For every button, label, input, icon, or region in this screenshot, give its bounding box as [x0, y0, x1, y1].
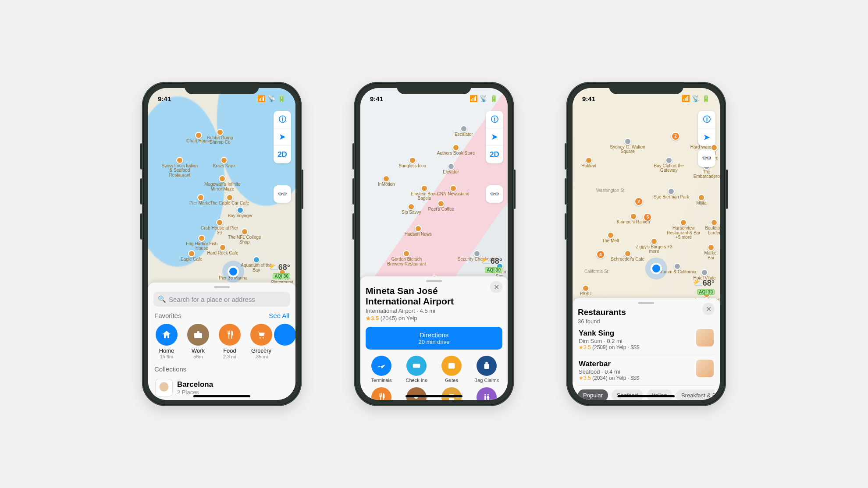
sheet-grabber[interactable]	[214, 286, 230, 288]
map-poi[interactable]: Gordon Biersch Brewery Restaurant	[387, 250, 426, 266]
favorite-work[interactable]: Work 56m	[186, 324, 210, 359]
map-poi-cluster[interactable]: 2	[634, 197, 643, 206]
map-poi-cluster[interactable]: 2	[671, 132, 680, 141]
action-food[interactable]: Food	[367, 387, 395, 400]
filter-row: PopularSeafoodItalianBreakfast & Brunch	[578, 389, 715, 400]
home-indicator[interactable]	[406, 395, 462, 397]
map-poi[interactable]: Bay Voyager	[228, 207, 253, 219]
result-thumb	[696, 360, 714, 377]
home-indicator[interactable]	[193, 395, 250, 397]
look-around-button[interactable]: 👓	[698, 149, 715, 167]
notch	[185, 82, 259, 94]
close-button[interactable]: ✕	[702, 303, 715, 315]
map-poi[interactable]: Hard Rock Cafe	[207, 244, 238, 256]
info-button[interactable]: ⓘ	[486, 111, 503, 128]
map-poi[interactable]: Kirimachi Ramen	[617, 213, 650, 225]
map-poi[interactable]: The Cable Car Cafe	[210, 194, 249, 206]
map-poi[interactable]: Elevator	[443, 163, 459, 175]
map-poi[interactable]: Krazy Kapz	[213, 157, 235, 169]
map-poi[interactable]: Bay Club at the Gateway	[649, 157, 689, 173]
svg-point-2	[263, 337, 264, 339]
map-poi[interactable]: Drumm & California	[658, 263, 696, 275]
place-sheet[interactable]: ✕ Mineta San José International Airport …	[360, 276, 508, 400]
map-poi[interactable]: Crab House at Pier 39	[200, 219, 239, 235]
map-poi[interactable]: Hudson News	[405, 225, 432, 237]
map-poi[interactable]: Authors Book Store	[437, 144, 475, 156]
map-poi[interactable]: Peet's Coffee	[428, 200, 455, 212]
map-poi[interactable]: Chart House	[186, 132, 211, 144]
see-all-link[interactable]: See All	[269, 312, 289, 319]
filter-seafood[interactable]: Seafood	[612, 389, 643, 400]
map-poi[interactable]: Hokkarl	[581, 157, 596, 169]
view-mode-button[interactable]: 2D	[486, 146, 503, 163]
map-poi[interactable]: Market Bar	[702, 244, 720, 260]
info-button[interactable]: ⓘ	[274, 111, 291, 128]
map-poi[interactable]: Schroeder's Cafe	[611, 250, 644, 262]
status-icons: 📶 📡 🔋	[257, 95, 286, 103]
map-poi[interactable]: Ziggy's Burgers +3 more	[634, 238, 674, 254]
look-around-button[interactable]: 👓	[274, 185, 291, 203]
home-indicator[interactable]	[618, 395, 675, 397]
action-drinks[interactable]: Drinks	[402, 387, 430, 400]
action-terminals[interactable]: Terminals	[367, 356, 395, 383]
battery-icon: 🔋	[277, 95, 286, 103]
result-item[interactable]: Waterbar Seafood · 0.4 mi ★3.5 (2034) on…	[578, 355, 715, 386]
result-item[interactable]: Yank Sing Dim Sum · 0.2 mi ★3.5 (2509) o…	[578, 325, 715, 355]
wifi-icon: 📡	[480, 95, 488, 103]
collection-title: Barcelona	[177, 380, 213, 389]
directions-button[interactable]: Directions 20 min drive	[366, 327, 502, 350]
favorite-grocery[interactable]: Grocery .35 mi	[249, 324, 274, 359]
screen: 9:41 📶 📡 🔋 Escalator Authors Book Store …	[360, 88, 508, 400]
map-poi[interactable]: Sunglass Icon	[398, 157, 426, 169]
locate-button[interactable]: ➤	[274, 128, 291, 146]
action-bag claims[interactable]: Bag Claims	[473, 356, 501, 383]
favorite-food[interactable]: Food 2.3 mi	[217, 324, 242, 359]
map-poi[interactable]: Magowan's Infinite Mirror Maze	[203, 175, 242, 191]
map-poi[interactable]: Sue Bierman Park	[654, 188, 689, 200]
map-poi[interactable]: PABU	[580, 285, 592, 297]
action-shops[interactable]: Shops	[438, 387, 466, 400]
action-gates[interactable]: Gates	[438, 356, 466, 383]
filter-italian[interactable]: Italian	[647, 389, 672, 400]
map-poi[interactable]: Swiss Louis Italian & Seafood Restaurant	[160, 157, 199, 178]
view-mode-button[interactable]: 2D	[274, 146, 291, 163]
map-poi[interactable]: CNN Newsstand	[437, 185, 470, 197]
locate-button[interactable]: ➤	[698, 128, 715, 146]
weather-widget: ⛅68° AQI 30	[481, 256, 502, 273]
search-sheet[interactable]: 🔍 Search for a place or address Favorite…	[148, 283, 295, 400]
temperature: ⛅68°	[269, 262, 290, 272]
map-poi[interactable]: Einstein Bros. Bagels	[405, 185, 444, 201]
look-around-button[interactable]: 👓	[486, 185, 503, 203]
action-check-ins[interactable]: Check-ins	[402, 356, 430, 383]
map-poi[interactable]: Boulettes Larder	[705, 219, 720, 235]
sheet-grabber[interactable]	[426, 280, 442, 282]
filter-breakfast-brunch[interactable]: Breakfast & Brunch	[676, 389, 715, 400]
map-poi[interactable]: Fog Harbor Fish House	[182, 235, 221, 251]
map-poi[interactable]: Mijita	[696, 194, 706, 206]
locate-button[interactable]: ➤	[486, 128, 503, 146]
map-poi[interactable]: Harborview Restaurant & Bar +5 more	[664, 219, 703, 240]
close-button[interactable]: ✕	[490, 281, 502, 293]
info-button[interactable]: ⓘ	[698, 111, 715, 128]
map-poi[interactable]: Sydney G. Walton Square	[608, 138, 647, 154]
map-poi[interactable]: Bubba GumpShrimp Co	[207, 129, 233, 145]
sheet-grabber[interactable]	[638, 302, 654, 304]
map-poi-cluster[interactable]: 4	[596, 250, 605, 259]
favorite-more[interactable]	[281, 324, 289, 359]
map-poi[interactable]: The NFL College Shop	[225, 228, 264, 244]
search-field[interactable]: 🔍 Search for a place or address	[153, 292, 290, 307]
map-poi[interactable]: Pier Market	[189, 194, 212, 206]
favorite-home[interactable]: Home 1h 9m	[154, 324, 179, 359]
signal-icon: 📶	[470, 95, 478, 103]
action-restrooms[interactable]: Restrooms	[473, 387, 501, 400]
map-poi[interactable]: Eagle Cafe	[181, 250, 202, 262]
signal-icon: 📶	[257, 95, 266, 103]
results-sheet[interactable]: ✕ Restaurants 36 found Yank Sing Dim Sum…	[573, 298, 720, 400]
map-poi[interactable]: Sip Savvy	[402, 203, 421, 215]
map-poi[interactable]: InMotion	[378, 175, 395, 187]
map-poi[interactable]: Escalator	[455, 125, 473, 137]
map-poi[interactable]: The Melt	[602, 232, 619, 244]
filter-popular[interactable]: Popular	[578, 389, 608, 400]
map-poi-cluster[interactable]: 6	[643, 213, 652, 222]
briefcase-icon	[187, 324, 209, 346]
